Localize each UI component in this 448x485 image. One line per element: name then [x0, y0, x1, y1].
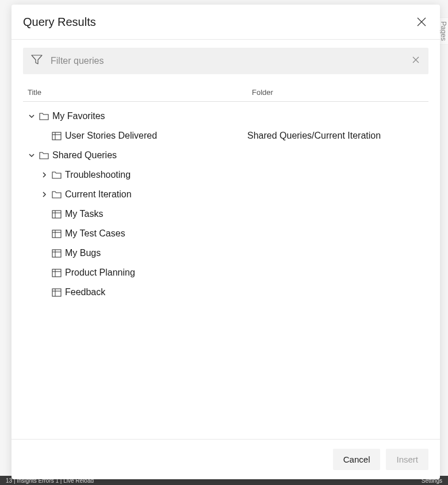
svg-rect-9 — [52, 250, 61, 257]
search-input[interactable] — [51, 56, 403, 66]
chevron-down-icon — [28, 112, 36, 120]
column-folder: Folder — [252, 88, 424, 97]
tree-item-product-planning[interactable]: Product Planning — [23, 263, 428, 282]
tree-label: My Tasks — [65, 209, 103, 219]
tree-item-my-test-cases[interactable]: My Test Cases — [23, 224, 428, 243]
tree-label: Feedback — [65, 287, 105, 297]
folder-icon — [39, 112, 49, 120]
query-icon — [52, 210, 62, 219]
filter-icon — [31, 55, 43, 67]
query-tree: My Favorites User Stories Delivered Shar… — [23, 102, 428, 302]
tree-label: Current Iteration — [65, 189, 132, 200]
query-results-dialog: Query Results Title Folder — [12, 5, 440, 479]
tree-item-my-bugs[interactable]: My Bugs — [23, 243, 428, 263]
chevron-right-icon — [40, 190, 48, 198]
tree-label: My Bugs — [65, 248, 101, 258]
query-icon — [52, 230, 62, 238]
close-icon — [416, 17, 427, 27]
svg-rect-6 — [52, 230, 61, 238]
tree-label: Shared Queries — [52, 150, 117, 161]
query-icon — [52, 288, 62, 297]
dialog-header: Query Results — [12, 5, 440, 40]
svg-rect-0 — [52, 132, 61, 140]
tree-label: My Test Cases — [65, 228, 125, 239]
cancel-button[interactable]: Cancel — [333, 449, 381, 470]
close-button[interactable] — [415, 15, 428, 29]
query-icon — [52, 132, 62, 140]
column-title: Title — [28, 88, 252, 97]
close-icon — [411, 55, 420, 64]
chevron-right-icon — [40, 171, 48, 179]
tree-folder-path: Shared Queries/Current Iteration — [247, 131, 428, 141]
chevron-down-icon — [28, 151, 36, 159]
folder-icon — [39, 151, 49, 159]
tree-label: My Favorites — [52, 111, 105, 121]
tree-folder-troubleshooting[interactable]: Troubleshooting — [23, 165, 428, 185]
dialog-footer: Cancel Insert — [12, 439, 440, 479]
svg-rect-12 — [52, 269, 61, 277]
search-box — [23, 48, 428, 74]
svg-rect-15 — [52, 289, 61, 296]
dialog-title: Query Results — [23, 16, 96, 29]
tree-item-user-stories-delivered[interactable]: User Stories Delivered Shared Queries/Cu… — [23, 126, 428, 146]
query-icon — [52, 269, 62, 277]
clear-search-button[interactable] — [411, 55, 420, 67]
tree-folder-my-favorites[interactable]: My Favorites — [23, 106, 428, 126]
tree-folder-shared-queries[interactable]: Shared Queries — [23, 146, 428, 165]
tree-item-feedback[interactable]: Feedback — [23, 282, 428, 302]
query-icon — [52, 249, 62, 258]
tree-label: Troubleshooting — [65, 170, 131, 180]
tree-label: Product Planning — [65, 268, 135, 278]
folder-icon — [52, 190, 62, 198]
tree-folder-current-iteration[interactable]: Current Iteration — [23, 185, 428, 204]
folder-icon — [52, 171, 62, 179]
dialog-body: Title Folder My Favorites — [12, 40, 440, 439]
svg-rect-3 — [52, 211, 61, 218]
tree-label: User Stories Delivered — [65, 131, 157, 141]
tree-item-my-tasks[interactable]: My Tasks — [23, 204, 428, 224]
table-header: Title Folder — [23, 82, 428, 102]
insert-button[interactable]: Insert — [386, 449, 428, 470]
